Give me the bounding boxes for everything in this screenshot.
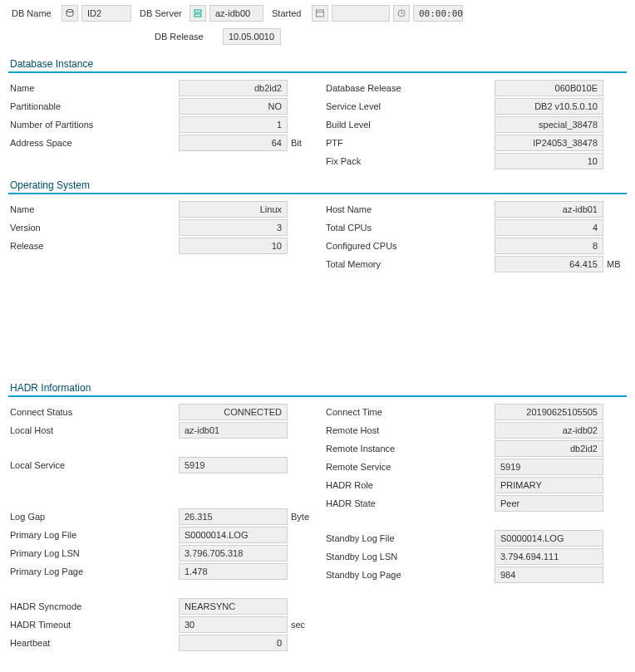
svg-rect-2 bbox=[194, 14, 201, 17]
total-cpus-value: 4 bbox=[495, 219, 603, 236]
hadr-role-value: PRIMARY bbox=[495, 477, 603, 493]
remote-instance-value: db2id2 bbox=[495, 440, 603, 457]
db-server-value: az-idb00 bbox=[209, 5, 263, 22]
os-release-value: 10 bbox=[179, 238, 288, 254]
name-value: db2id2 bbox=[179, 80, 288, 96]
log-gap-label: Log Gap bbox=[8, 512, 179, 522]
primary-log-lsn-value: 3.796.705.318 bbox=[179, 545, 288, 562]
host-name-value: az-idb01 bbox=[495, 201, 603, 218]
hadr-timeout-value: 30 bbox=[179, 616, 288, 633]
num-partitions-value: 1 bbox=[179, 116, 288, 133]
db-server-label: DB Server bbox=[136, 7, 186, 20]
started-time-value: 00:00:00 bbox=[413, 5, 463, 22]
connect-time-value: 20190625105505 bbox=[495, 404, 603, 420]
section-title: Operating System bbox=[8, 176, 627, 194]
configured-cpus-value: 8 bbox=[495, 238, 603, 254]
remote-service-value: 5919 bbox=[495, 459, 603, 475]
build-level-label: Build Level bbox=[324, 120, 495, 130]
standby-log-page-label: Standby Log Page bbox=[324, 570, 495, 580]
name-label: Name bbox=[8, 83, 179, 93]
service-level-label: Service Level bbox=[324, 101, 495, 111]
local-service-value: 5919 bbox=[179, 457, 288, 473]
primary-log-file-label: Primary Log File bbox=[8, 530, 179, 540]
database-instance-section: Database Instance Namedb2id2 Partitionab… bbox=[8, 55, 627, 171]
hadr-syncmode-value: NEARSYNC bbox=[179, 598, 288, 615]
hadr-syncmode-label: HADR Syncmode bbox=[8, 601, 179, 611]
address-space-value: 64 bbox=[179, 135, 288, 151]
svg-rect-1 bbox=[194, 10, 201, 12]
db-name-value: ID2 bbox=[81, 5, 131, 22]
configured-cpus-label: Configured CPUs bbox=[324, 241, 495, 251]
remote-host-value: az-idb02 bbox=[495, 422, 603, 439]
partitionable-value: NO bbox=[179, 98, 288, 115]
num-partitions-label: Number of Partitions bbox=[8, 120, 179, 130]
total-memory-value: 64.415 bbox=[495, 256, 603, 272]
started-date-value bbox=[332, 5, 390, 22]
connect-time-label: Connect Time bbox=[324, 407, 495, 417]
connect-status-value: CONNECTED bbox=[179, 404, 288, 420]
os-version-label: Version bbox=[8, 223, 179, 233]
primary-log-page-label: Primary Log Page bbox=[8, 567, 179, 576]
build-level-value: special_38478 bbox=[495, 116, 603, 133]
section-title: HADR Information bbox=[8, 379, 627, 397]
operating-system-section: Operating System NameLinux Version3 Rele… bbox=[8, 176, 627, 274]
hadr-state-label: HADR State bbox=[324, 498, 495, 508]
heartbeat-value: 0 bbox=[179, 635, 288, 651]
log-gap-unit: Byte bbox=[288, 512, 311, 522]
local-service-label: Local Service bbox=[8, 460, 179, 470]
local-host-label: Local Host bbox=[8, 425, 179, 435]
calendar-icon bbox=[312, 5, 328, 22]
db-release-label: DB Release bbox=[151, 30, 219, 43]
total-cpus-label: Total CPUs bbox=[324, 223, 495, 233]
db-release-label2: Database Release bbox=[324, 83, 495, 93]
hadr-timeout-label: HADR Timeout bbox=[8, 620, 179, 630]
hadr-information-section: HADR Information Connect StatusCONNECTED… bbox=[8, 379, 627, 653]
standby-log-file-label: Standby Log File bbox=[324, 533, 495, 543]
remote-host-label: Remote Host bbox=[324, 425, 495, 435]
db-name-label: DB Name bbox=[8, 7, 58, 20]
address-space-label: Address Space bbox=[8, 138, 179, 148]
connect-status-label: Connect Status bbox=[8, 407, 179, 417]
primary-log-file-value: S0000014.LOG bbox=[179, 527, 288, 543]
header-bar: DB Name ID2 DB Server az-idb00 Started 0… bbox=[8, 5, 627, 45]
fix-pack-value: 10 bbox=[495, 153, 603, 169]
standby-log-lsn-label: Standby Log LSN bbox=[324, 552, 495, 562]
ptf-label: PTF bbox=[324, 138, 495, 148]
primary-log-page-value: 1.478 bbox=[179, 563, 288, 580]
hadr-timeout-unit: sec bbox=[288, 620, 311, 630]
db-release-value: 10.05.0010 bbox=[223, 28, 281, 45]
hadr-role-label: HADR Role bbox=[324, 480, 495, 490]
os-name-value: Linux bbox=[179, 201, 288, 218]
log-gap-value: 26.315 bbox=[179, 508, 288, 525]
standby-log-file-value: S0000014.LOG bbox=[495, 530, 603, 547]
started-label: Started bbox=[268, 7, 308, 20]
address-space-unit: Bit bbox=[288, 138, 311, 148]
hadr-state-value: Peer bbox=[495, 495, 603, 512]
svg-point-0 bbox=[66, 9, 73, 12]
partitionable-label: Partitionable bbox=[8, 101, 179, 111]
os-version-value: 3 bbox=[179, 219, 288, 236]
os-release-label: Release bbox=[8, 241, 179, 251]
total-memory-unit: MB bbox=[603, 259, 627, 269]
standby-log-page-value: 984 bbox=[495, 567, 603, 583]
remote-service-label: Remote Service bbox=[324, 462, 495, 472]
heartbeat-label: Heartbeat bbox=[8, 638, 179, 648]
local-host-value: az-idb01 bbox=[179, 422, 288, 439]
section-title: Database Instance bbox=[8, 55, 627, 73]
total-memory-label: Total Memory bbox=[324, 259, 495, 269]
standby-log-lsn-value: 3.794.694.111 bbox=[495, 548, 603, 565]
os-name-label: Name bbox=[8, 204, 179, 214]
db-release-value2: 060B010E bbox=[495, 80, 603, 96]
service-level-value: DB2 v10.5.0.10 bbox=[495, 98, 603, 115]
svg-rect-3 bbox=[317, 10, 324, 17]
host-name-label: Host Name bbox=[324, 204, 495, 214]
server-icon bbox=[190, 5, 206, 22]
primary-log-lsn-label: Primary Log LSN bbox=[8, 548, 179, 558]
fix-pack-label: Fix Pack bbox=[324, 156, 495, 166]
remote-instance-label: Remote Instance bbox=[324, 444, 495, 454]
clock-icon bbox=[393, 5, 410, 22]
database-icon bbox=[62, 5, 78, 22]
ptf-value: IP24053_38478 bbox=[495, 135, 603, 151]
